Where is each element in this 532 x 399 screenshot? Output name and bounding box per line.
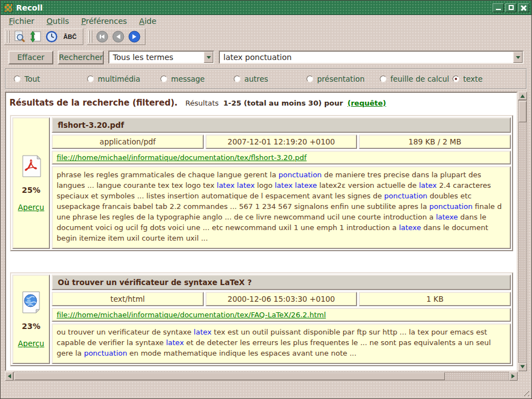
result-side-panel: 25% Aperçu	[12, 117, 50, 249]
preview-link[interactable]: Aperçu	[18, 203, 44, 212]
filter-radio-autres[interactable]: autres	[234, 74, 268, 83]
chevron-down-icon[interactable]	[204, 52, 213, 63]
horizontal-scroll-track[interactable]	[13, 372, 509, 381]
radio-icon	[307, 76, 313, 82]
sort-by-date-button[interactable]	[28, 29, 43, 44]
triangle-left-icon	[6, 374, 11, 378]
close-button[interactable]	[518, 3, 529, 12]
toolbar-handle-icon[interactable]	[88, 31, 92, 43]
maximize-icon	[509, 5, 514, 10]
horizontal-scrollbar[interactable]	[5, 372, 518, 380]
result-size: 189 KB / 2 MB	[359, 134, 511, 149]
filter-radio-tout[interactable]: Tout	[14, 74, 40, 83]
query-link[interactable]: (requête)	[348, 99, 387, 107]
radio-icon	[234, 76, 240, 82]
result-snippet: ou trouver un verificateur de syntaxe la…	[52, 323, 511, 364]
first-page-button[interactable]	[95, 29, 109, 44]
pdf-icon	[21, 155, 41, 177]
radio-icon	[160, 76, 167, 82]
search-mode-select[interactable]: Tous les termes	[108, 51, 214, 64]
clock-icon	[46, 31, 58, 43]
window-title: Recoll	[16, 3, 493, 12]
filter-label: texte	[463, 74, 483, 83]
result-url-link[interactable]: file:///home/michael/informatique/docume…	[57, 153, 307, 162]
scroll-right-button[interactable]	[509, 372, 518, 381]
search-input[interactable]: latex ponctuation	[219, 51, 524, 64]
results-header: Résultats de la recherche (filtered). Ré…	[9, 98, 514, 108]
document-sort-arrows-icon	[29, 31, 42, 43]
results-title: Résultats de la recherche (filtered).	[9, 98, 178, 108]
statusbar	[1, 380, 531, 398]
filter-label: feuille de calcul	[390, 74, 449, 83]
result-item: 23% Aperçu Où trouver un vérificateur de…	[10, 272, 513, 366]
result-meta-row: text/html 2000-12-06 15:03:30 +0100 1 KB	[52, 292, 511, 306]
term-explorer-button[interactable]: ÂBĈ	[61, 29, 79, 44]
scrollbar-corner	[518, 371, 527, 380]
results-count-prefix: Résultats	[185, 99, 219, 107]
vertical-scrollbar[interactable]	[518, 92, 527, 371]
arrow-left-disabled-icon	[96, 30, 109, 43]
menu-aide[interactable]: Aide	[134, 16, 162, 26]
filter-radio-feuille-de-calcul[interactable]: feuille de calcul	[380, 74, 449, 83]
titlebar[interactable]: Recoll	[1, 1, 531, 15]
result-mime: text/html	[52, 292, 204, 306]
toolbar-group-nav	[87, 28, 145, 45]
scroll-up-button[interactable]	[518, 92, 527, 100]
filter-label: présentation	[317, 74, 364, 83]
result-date: 2007-12-01 12:19:20 +0100	[205, 134, 358, 149]
preview-link[interactable]: Aperçu	[18, 339, 44, 348]
previous-page-button[interactable]	[111, 29, 126, 44]
relevance-score: 25%	[22, 186, 41, 194]
minimize-button[interactable]	[493, 3, 504, 12]
next-page-button[interactable]	[127, 29, 142, 44]
menu-fichier[interactable]: Fichier	[4, 16, 39, 26]
radio-icon	[380, 76, 387, 82]
result-url-link[interactable]: file:///home/michael/informatique/docume…	[57, 311, 326, 319]
results-area: Résultats de la recherche (filtered). Ré…	[5, 92, 527, 380]
chevron-down-icon[interactable]	[513, 52, 523, 63]
resize-grip-icon[interactable]	[521, 388, 529, 396]
scroll-left-button[interactable]	[5, 372, 13, 381]
triangle-down-icon	[520, 365, 525, 371]
toolbar: ÂBĈ	[1, 27, 531, 46]
search-button[interactable]: Rechercher	[58, 51, 104, 64]
search-mode-value: Tous les termes	[109, 52, 204, 63]
horizontal-scroll-thumb[interactable]	[14, 372, 445, 380]
triangle-right-icon	[511, 374, 517, 378]
html-icon	[21, 291, 41, 313]
radio-icon	[87, 76, 94, 82]
vertical-scroll-track[interactable]	[518, 100, 527, 363]
filter-label: Tout	[24, 74, 40, 83]
filter-label: autres	[244, 74, 268, 83]
filter-radio-presentation[interactable]: présentation	[307, 74, 364, 83]
arrow-left-disabled-icon	[112, 30, 125, 43]
result-meta-row: application/pdf 2007-12-01 12:19:20 +010…	[52, 134, 511, 149]
results-list[interactable]: Résultats de la recherche (filtered). Ré…	[5, 92, 518, 371]
vertical-scroll-thumb[interactable]	[519, 101, 526, 122]
toolbar-handle-icon[interactable]	[6, 31, 9, 43]
recoll-window: Recoll Fichier Outils Préférences Aide	[0, 0, 532, 399]
menu-outils[interactable]: Outils	[42, 16, 74, 26]
scroll-down-button[interactable]	[518, 363, 527, 371]
close-icon	[521, 5, 526, 11]
menubar: Fichier Outils Préférences Aide	[1, 15, 531, 27]
result-title: flshort-3.20.pdf	[52, 117, 511, 133]
filter-radio-multimedia[interactable]: multimédia	[87, 74, 140, 83]
maximize-button[interactable]	[505, 3, 516, 12]
filter-radio-texte[interactable]: texte	[453, 74, 483, 83]
radio-icon	[14, 76, 21, 82]
document-magnifier-icon	[13, 31, 26, 43]
toolbar-group-main: ÂBĈ	[4, 28, 83, 45]
result-date: 2000-12-06 15:03:30 +0100	[205, 292, 358, 306]
preview-document-button[interactable]	[12, 29, 27, 44]
history-button[interactable]	[44, 29, 59, 44]
recoll-app-icon	[4, 3, 13, 12]
radio-icon	[453, 76, 459, 82]
filter-radio-message[interactable]: message	[160, 74, 205, 83]
result-size: 1 KB	[359, 292, 511, 306]
category-filter-group: Tout multimédia message autres présentat…	[5, 68, 527, 89]
result-title: Où trouver un vérificateur de syntaxe La…	[52, 275, 511, 290]
menu-preferences[interactable]: Préférences	[76, 16, 132, 26]
arrow-right-icon	[128, 30, 141, 43]
clear-button[interactable]: Effacer	[8, 51, 53, 64]
